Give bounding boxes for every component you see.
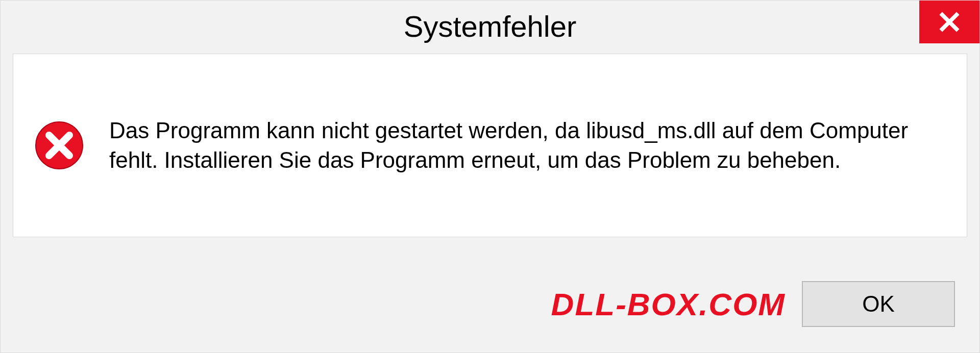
error-dialog: Systemfehler Das Programm kann nicht ges… xyxy=(0,0,980,353)
titlebar: Systemfehler xyxy=(1,1,979,52)
ok-button[interactable]: OK xyxy=(802,281,955,327)
dialog-title: Systemfehler xyxy=(404,9,576,43)
close-button[interactable] xyxy=(919,1,979,43)
close-icon xyxy=(939,11,960,33)
error-icon xyxy=(34,120,85,171)
content-panel: Das Programm kann nicht gestartet werden… xyxy=(13,54,967,237)
ok-button-label: OK xyxy=(862,291,895,317)
error-message: Das Programm kann nicht gestartet werden… xyxy=(109,116,946,175)
watermark-text: DLL-BOX.COM xyxy=(551,286,786,322)
dialog-footer: DLL-BOX.COM OK xyxy=(1,256,979,352)
